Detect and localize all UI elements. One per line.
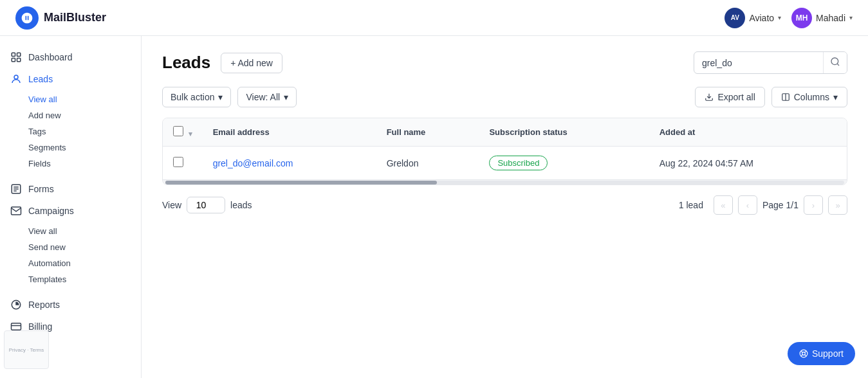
page-title: Leads xyxy=(162,53,210,73)
sidebar-item-leads-add-new[interactable]: Add new xyxy=(0,107,141,123)
support-icon xyxy=(799,349,808,358)
sidebar-item-leads[interactable]: Leads xyxy=(0,68,141,90)
svg-rect-0 xyxy=(12,53,15,56)
sidebar-item-leads-tags[interactable]: Tags xyxy=(0,123,141,140)
page-header: Leads + Add new xyxy=(162,51,847,74)
table-scroll[interactable]: ▾ Email address Full name Subscription s… xyxy=(163,118,847,184)
page-size-input[interactable] xyxy=(187,197,225,213)
leads-table-container: ▾ Email address Full name Subscription s… xyxy=(162,118,847,185)
main-content: Leads + Add new Bulk action ▾ xyxy=(142,36,868,378)
support-button[interactable]: Support xyxy=(788,342,855,365)
view-filter-label: View: All xyxy=(246,92,280,102)
sidebar-item-leads-fields[interactable]: Fields xyxy=(0,156,141,172)
view-filter-button[interactable]: View: All ▾ xyxy=(237,87,297,107)
svg-point-4 xyxy=(14,75,18,79)
toolbar-left: Bulk action ▾ View: All ▾ xyxy=(162,87,297,107)
navbar: MailBluster AV Aviato ▾ MH Mahadi ▾ xyxy=(0,0,868,36)
aviato-user[interactable]: AV Aviato ▾ xyxy=(725,8,781,28)
sidebar-item-campaigns-templates[interactable]: Templates xyxy=(0,271,141,287)
toolbar: Bulk action ▾ View: All ▾ Export all xyxy=(162,87,847,107)
add-new-button[interactable]: + Add new xyxy=(221,53,282,73)
export-all-label: Export all xyxy=(717,92,755,102)
search-button[interactable] xyxy=(823,52,847,73)
campaigns-submenu: View all Send new Automation Templates xyxy=(0,222,141,289)
sidebar-item-campaigns[interactable]: Campaigns xyxy=(0,200,141,222)
svg-line-17 xyxy=(801,351,802,352)
header-sort-chevron: ▾ xyxy=(189,130,192,138)
sidebar-item-campaigns-send-new[interactable]: Send new xyxy=(0,239,141,255)
table-row: grel_do@email.com Greldon Subscribed Aug… xyxy=(163,147,847,180)
sidebar-dashboard-label: Dashboard xyxy=(28,52,73,62)
scrollbar-thumb xyxy=(165,181,437,184)
columns-button[interactable]: Columns ▾ xyxy=(771,87,847,107)
svg-line-19 xyxy=(805,351,806,352)
th-email[interactable]: Email address xyxy=(203,118,376,147)
pagination-prev-button[interactable]: ‹ xyxy=(738,195,757,215)
row-checkbox-0[interactable] xyxy=(173,157,183,167)
brand-logo[interactable]: MailBluster xyxy=(15,6,106,30)
table-scrollbar[interactable] xyxy=(163,179,847,184)
toolbar-right: Export all Columns ▾ xyxy=(695,87,847,107)
pagination-first-button[interactable]: « xyxy=(714,195,733,215)
columns-chevron: ▾ xyxy=(833,92,838,102)
search-icon xyxy=(830,57,840,67)
svg-rect-2 xyxy=(12,59,15,62)
mahadi-chevron: ▾ xyxy=(849,14,853,21)
bulk-action-button[interactable]: Bulk action ▾ xyxy=(162,87,231,107)
mailbluster-icon xyxy=(21,12,33,24)
aviato-chevron: ▾ xyxy=(778,14,781,21)
pagination-last-button[interactable]: » xyxy=(828,195,847,215)
sidebar-item-campaigns-view-all[interactable]: View all xyxy=(0,223,141,239)
th-status[interactable]: Subscription status xyxy=(479,118,649,147)
sidebar-item-leads-segments[interactable]: Segments xyxy=(0,140,141,156)
leads-count: 1 lead xyxy=(679,200,703,210)
support-label: Support xyxy=(812,348,844,359)
row-status-0: Subscribed xyxy=(479,147,649,180)
brand-icon xyxy=(15,6,39,30)
sidebar-item-leads-view-all[interactable]: View all xyxy=(0,91,141,107)
dashboard-icon xyxy=(10,51,22,63)
th-added[interactable]: Added at xyxy=(649,118,847,147)
mahadi-user[interactable]: MH Mahadi ▾ xyxy=(791,8,853,28)
scrollbar-track xyxy=(165,181,844,184)
email-link-0[interactable]: grel_do@email.com xyxy=(213,158,293,168)
bulk-action-chevron: ▾ xyxy=(218,92,223,102)
sidebar-item-campaigns-automation[interactable]: Automation xyxy=(0,255,141,271)
layout: Dashboard Leads View all Add new Tags Se… xyxy=(0,36,868,378)
select-all-checkbox[interactable] xyxy=(173,126,183,136)
sidebar-leads-label: Leads xyxy=(28,74,53,84)
svg-rect-3 xyxy=(17,59,21,62)
sidebar-item-dashboard[interactable]: Dashboard xyxy=(0,46,141,68)
pagination-right: 1 lead « ‹ Page 1/1 › » xyxy=(679,195,847,215)
svg-line-18 xyxy=(805,355,806,356)
navbar-right: AV Aviato ▾ MH Mahadi ▾ xyxy=(725,8,853,28)
svg-line-13 xyxy=(837,64,839,66)
page-info: Page 1/1 xyxy=(762,200,799,210)
svg-rect-1 xyxy=(17,53,21,56)
aviato-label: Aviato xyxy=(749,13,774,23)
leads-icon xyxy=(10,73,22,85)
th-fullname[interactable]: Full name xyxy=(376,118,479,147)
search-box xyxy=(694,51,847,74)
row-fullname-0: Greldon xyxy=(376,147,479,180)
aviato-avatar: AV xyxy=(725,8,745,28)
leads-submenu: View all Add new Tags Segments Fields xyxy=(0,90,141,173)
sidebar: Dashboard Leads View all Add new Tags Se… xyxy=(0,36,142,378)
export-all-button[interactable]: Export all xyxy=(695,87,764,107)
sidebar-forms-label: Forms xyxy=(28,184,54,194)
sidebar-item-forms[interactable]: Forms xyxy=(0,178,141,200)
pagination-next-button[interactable]: › xyxy=(804,195,823,215)
leads-label: leads xyxy=(230,200,252,210)
mahadi-avatar: MH xyxy=(791,8,812,28)
mahadi-label: Mahadi xyxy=(816,13,845,23)
row-added-0: Aug 22, 2024 04:57 AM xyxy=(649,147,847,180)
search-input[interactable] xyxy=(694,53,823,73)
recaptcha-badge: Privacy · Terms xyxy=(4,330,49,369)
status-badge-0: Subscribed xyxy=(489,156,548,170)
reports-icon xyxy=(10,299,22,310)
th-checkbox: ▾ xyxy=(163,118,203,147)
sidebar-item-reports[interactable]: Reports xyxy=(0,294,141,316)
row-checkbox-cell xyxy=(163,147,203,180)
sidebar-campaigns-label: Campaigns xyxy=(28,206,74,216)
brand-name: MailBluster xyxy=(44,11,106,24)
